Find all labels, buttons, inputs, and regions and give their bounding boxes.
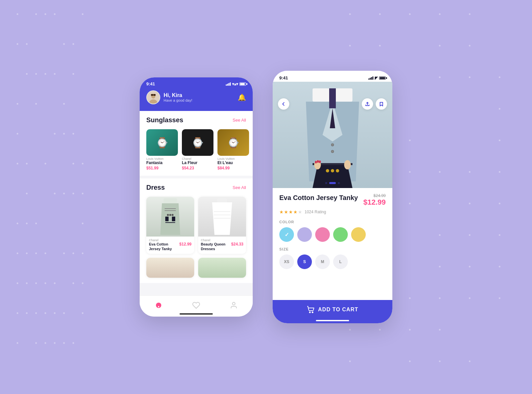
bottom-nav [140,295,253,317]
dress-title: Dress [146,184,165,191]
svg-rect-15 [217,198,227,202]
status-icons-left: ▾▴▾ [226,82,246,86]
dress-1-price: $12.99 [179,242,192,246]
color-swatch-green[interactable] [333,227,348,242]
rating-row: ★★★★★ 1024 Rating [279,209,386,215]
dress-1-info: Chanel Eva Cotton Jersey Tanky $12.99 [146,237,194,254]
hero-actions [362,98,387,110]
nav-wishlist[interactable] [192,301,200,311]
size-l[interactable]: L [333,254,348,269]
nav-home[interactable] [155,301,163,311]
product-card-etleau[interactable]: ⌚ Louis Vuitton Et L'eau $84.99 [217,129,249,170]
dress-img-3 [146,258,194,278]
wifi-icon-right: ◤ [375,76,378,80]
color-swatch-purple[interactable] [297,227,312,242]
dot-1 [325,182,327,184]
svg-point-30 [336,169,339,172]
original-price: $24.99 [363,193,386,198]
svg-point-36 [319,160,321,163]
price-3: $84.99 [217,166,249,170]
svg-rect-7 [165,208,176,209]
share-button[interactable] [362,98,373,110]
right-phone: 9:41 ◤ [273,71,392,323]
color-section: COLOR [279,220,386,242]
svg-point-10 [169,214,171,216]
product-hero [273,82,392,188]
greeting: Hi, Kira [164,92,192,98]
svg-point-33 [344,160,351,169]
dress-2-brand: Chanel [201,239,243,242]
dress-img-1 [146,197,194,237]
svg-rect-13 [172,217,175,221]
nav-profile[interactable] [230,301,238,311]
product-detail: Eva Cotton Jersey Tanky $24.99 $12.99 ★★… [273,188,392,274]
size-m[interactable]: M [315,254,330,269]
name-2: La Fleur [182,160,213,166]
stars: ★★★★★ [279,209,303,215]
product-card-lafleur[interactable]: ⌚ Chanel La Fleur $54.23 [182,129,213,170]
dot-3 [338,182,340,184]
rating-count: 1024 Rating [305,210,326,214]
svg-point-21 [158,306,159,307]
status-bar-left: 9:41 ▾▴▾ [140,77,253,88]
product-card-queendress[interactable]: Chanel Beauty Queen Dresses $24.33 [198,197,246,254]
product-card-3[interactable] [146,258,194,278]
svg-rect-5 [164,198,177,203]
pagination-dots [325,182,340,184]
color-swatch-pink[interactable] [315,227,330,242]
bell-icon[interactable]: 🔔 [238,93,246,101]
svg-point-11 [172,214,174,216]
price-1: $51.99 [146,166,178,170]
status-bar-right: 9:41 ◤ [273,71,392,82]
product-thumb-2: ⌚ [182,129,213,156]
svg-point-9 [167,214,169,216]
svg-point-22 [232,302,235,305]
product-card-jersey[interactable]: Chanel Eva Cotton Jersey Tanky $12.99 [146,197,194,254]
brand-2: Chanel [182,157,213,160]
svg-rect-8 [165,210,176,211]
color-label: COLOR [279,220,386,224]
svg-point-3 [151,94,153,96]
signal-icon [226,82,231,86]
wifi-icon: ▾▴▾ [232,82,238,86]
bookmark-button[interactable] [376,98,387,110]
dress-grid: Chanel Eva Cotton Jersey Tanky $12.99 [140,194,253,257]
add-to-cart-section[interactable]: ADD TO CART [273,300,392,323]
price-block: $24.99 $12.99 [363,193,386,207]
size-xs[interactable]: XS [279,254,294,269]
back-button[interactable] [278,98,289,110]
hero-nav [273,98,392,110]
battery-icon [239,82,246,86]
dress-see-all[interactable]: See All [233,185,246,190]
product-card-4[interactable] [198,258,246,278]
sale-price: $12.99 [363,198,386,207]
sunglasses-see-all[interactable]: See All [233,118,246,123]
header-sub: Have a good day! [164,98,192,102]
section-divider [140,176,253,178]
svg-point-34 [315,161,317,163]
price-2: $54.23 [182,166,213,170]
size-options: XS S M L [279,254,386,269]
svg-point-38 [312,312,313,313]
svg-point-37 [309,312,310,313]
product-card-fantasia[interactable]: ⌚ Louis Vuitton Fantasia $51.99 [146,129,178,170]
avatar [146,90,160,104]
signal-icon-right [368,76,373,80]
svg-marker-16 [212,202,232,235]
dress-section: Dress See All [140,178,253,283]
dress-1-name: Eva Cotton Jersey Tanky [149,242,179,251]
sunglasses-section-header: Sunglasses See All [140,111,253,127]
name-3: Et L'eau [217,160,249,166]
dress-section-header: Dress See All [140,178,253,194]
product-thumb-1: ⌚ [146,129,178,156]
color-swatch-blue[interactable] [279,227,294,242]
home-indicator-right [316,320,349,321]
color-swatch-yellow[interactable] [351,227,366,242]
dress-img-4 [198,258,246,278]
dress-img-2 [198,197,246,237]
svg-point-4 [153,94,156,96]
size-s[interactable]: S [297,254,312,269]
svg-point-26 [331,144,334,146]
product-detail-header: Eva Cotton Jersey Tanky $24.99 $12.99 [279,193,386,207]
header-section: Hi, Kira Have a good day! 🔔 [140,88,253,111]
